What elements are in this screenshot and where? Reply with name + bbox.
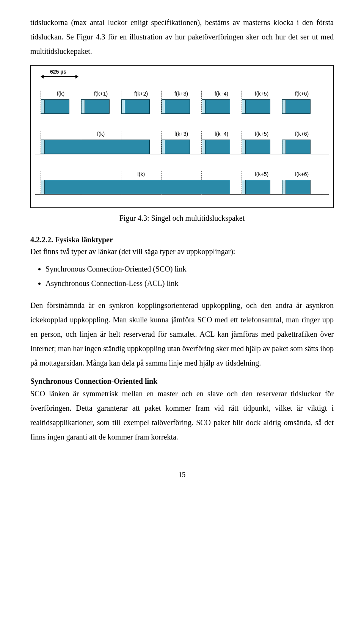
timing-row-3: f(k) f(k+5) f(k+6) <box>35 163 329 201</box>
slot-label: f(k+6) <box>295 171 309 177</box>
time-arrow <box>41 76 78 77</box>
slot-label: f(k) <box>97 131 105 137</box>
slot-label: f(k+5) <box>255 171 268 177</box>
intro-paragraph: tidsluckorna (max antal luckor enligt sp… <box>30 15 334 58</box>
slot-label: f(k+6) <box>295 91 309 97</box>
slot-label: f(k+4) <box>215 131 228 137</box>
slot-label: f(k+6) <box>295 131 309 137</box>
slot-label: f(k+4) <box>215 91 228 97</box>
slot-label: f(k+5) <box>255 91 268 97</box>
slot-label: f(k+5) <box>255 131 268 137</box>
section-4222-intro: Det finns två typer av länkar (det vill … <box>30 244 334 259</box>
list-item: Synchronous Connection-Oriented (SCO) li… <box>46 262 334 276</box>
slot-label: f(k) <box>57 91 64 97</box>
list-item: Asynchronous Connection-Less (ACL) link <box>46 276 334 290</box>
timing-row-2: f(k) f(k+3) f(k+4) f(k+5) f(k+6) <box>35 123 329 161</box>
timing-row-1: f(k) f(k+1) f(k+2) f(k+3) f(k+4) f(k+5) … <box>35 83 329 121</box>
section-4222-para1: Den förstnämnda är en synkron kopplingso… <box>30 298 334 370</box>
figure-caption: Figur 4.3: Singel och multitidsluckspake… <box>30 214 334 223</box>
slot-label: f(k) <box>137 171 145 177</box>
sco-heading: Synchronous Connection-Oriented link <box>30 377 334 386</box>
baseline <box>35 114 329 114</box>
section-4222-heading: 4.2.2.2. Fysiska länktyper <box>30 235 334 244</box>
slot-label: f(k+1) <box>94 91 108 97</box>
link-type-list: Synchronous Connection-Oriented (SCO) li… <box>46 262 334 290</box>
sco-paragraph: SCO länken är symmetrisk mellan en maste… <box>30 386 334 444</box>
slot-label: f(k+3) <box>174 131 188 137</box>
slot-label: f(k+2) <box>134 91 148 97</box>
slot-label: f(k+3) <box>174 91 188 97</box>
page-number: 15 <box>30 467 334 479</box>
arrow-label: 625 µs <box>49 69 67 75</box>
figure-4-3: 625 µs f(k) f(k+1) f(k+2) f(k+3) f(k+4) … <box>30 65 334 208</box>
